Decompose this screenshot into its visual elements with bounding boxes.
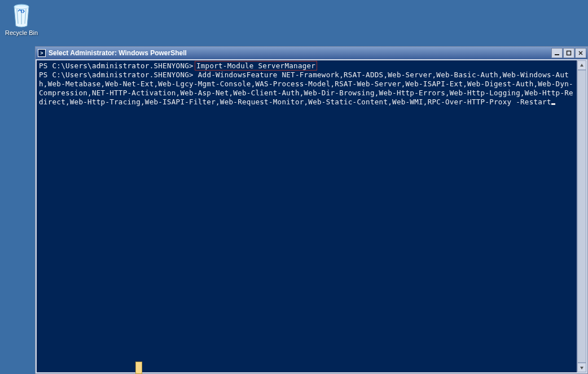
scroll-thumb[interactable]: [577, 70, 586, 363]
svg-marker-6: [580, 64, 583, 67]
recycle-bin-label: Recycle Bin: [5, 29, 38, 36]
recycle-bin-icon: [10, 3, 33, 28]
window-controls: [551, 48, 586, 58]
prompt-1: PS C:\Users\administrator.SHENYONG>: [39, 61, 194, 70]
window-title: Select Administrator: Windows PowerShell: [49, 49, 548, 57]
text-cursor: [551, 103, 555, 105]
minimize-button[interactable]: [551, 48, 563, 58]
powershell-console[interactable]: PS C:\Users\administrator.SHENYONG>Impor…: [37, 60, 577, 372]
titlebar[interactable]: > Select Administrator: Windows PowerShe…: [36, 47, 587, 59]
desktop-icon-recycle-bin[interactable]: Recycle Bin: [5, 3, 38, 36]
svg-marker-7: [580, 367, 583, 369]
scroll-down-button[interactable]: [577, 363, 586, 372]
powershell-window: > Select Administrator: Windows PowerShe…: [35, 46, 588, 374]
vertical-scrollbar[interactable]: [577, 60, 586, 372]
close-button[interactable]: [575, 48, 586, 58]
svg-rect-3: [567, 51, 571, 55]
scroll-up-button[interactable]: [577, 60, 586, 70]
command-1-highlighted: Import-Module ServerManager: [195, 61, 317, 71]
maximize-button[interactable]: [563, 48, 574, 58]
prompt-2: PS C:\Users\administrator.SHENYONG>: [39, 71, 194, 79]
scroll-track[interactable]: [577, 70, 586, 363]
powershell-app-icon: >: [38, 49, 46, 57]
window-client-area: PS C:\Users\administrator.SHENYONG>Impor…: [36, 59, 587, 373]
taskbar-highlight: [135, 362, 142, 374]
